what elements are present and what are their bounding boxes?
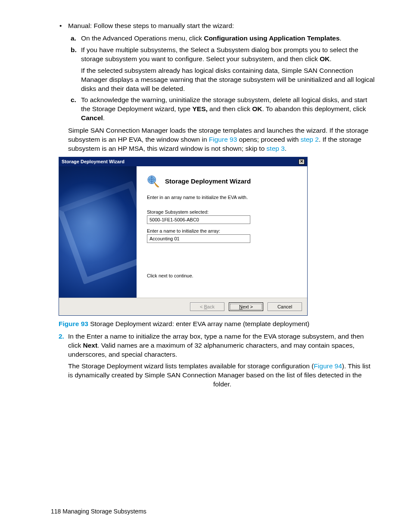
step-b-p1b: . xyxy=(330,55,331,62)
wizard-footer: < Back Next > Cancel xyxy=(59,298,307,315)
footer-section: Managing Storage Subsystems xyxy=(61,508,146,515)
step-c-b3: Cancel xyxy=(81,114,103,121)
wizard-icon xyxy=(147,175,160,188)
step-a-bold: Configuration using Application Template… xyxy=(204,34,339,42)
wizard-title: Storage Deployment Wizard xyxy=(62,159,125,164)
step-c: c. To acknowledge the warning, uninitial… xyxy=(81,96,377,123)
step-2: 2. In the Enter a name to initialize the… xyxy=(68,332,377,389)
step-c-t4: . xyxy=(103,114,105,121)
figure-93-text: Storage Deployment wizard: enter EVA arr… xyxy=(88,320,309,327)
step-b-p1a: If you have multiple subsystems, the Sel… xyxy=(81,46,358,62)
link-step-2[interactable]: step 2 xyxy=(301,136,319,143)
step-c-t3: . To abandon this deployment, click xyxy=(262,105,366,112)
step-2-p2: The Storage Deployment wizard lists temp… xyxy=(68,362,377,389)
step-b-bold: OK xyxy=(320,55,330,62)
step-c-b1: YES, xyxy=(192,105,207,112)
step-c-t2: and then click xyxy=(208,105,252,112)
wizard-intro-text: Enter in an array name to initialize the… xyxy=(147,195,302,200)
after-t4: . xyxy=(285,145,286,152)
wizard-name-label: Enter a name to initialize the array: xyxy=(147,228,302,233)
back-button: < Back xyxy=(190,302,224,311)
wizard-selected-label: Storage Subsystem selected: xyxy=(147,209,302,215)
step-a-text: On the Advanced Operations menu, click xyxy=(81,34,204,42)
step-2-p2a: The Storage Deployment wizard lists temp… xyxy=(68,362,314,370)
svg-marker-1 xyxy=(154,182,159,187)
wizard-heading: Storage Deployment Wizard xyxy=(165,177,251,185)
wizard-header-row: Storage Deployment Wizard xyxy=(147,175,302,188)
step-a-marker: a. xyxy=(71,34,76,43)
step-b: b. If you have multiple subsystems, the … xyxy=(81,46,377,93)
step-2-folder-line: folder. xyxy=(68,380,377,389)
array-name-field[interactable] xyxy=(147,234,250,243)
step-b-p2: If the selected subsystem already has lo… xyxy=(81,66,377,93)
after-t2: opens; proceed with xyxy=(237,136,300,143)
page-footer: 118 Managing Storage Subsystems xyxy=(51,508,146,515)
figure-93-label: Figure 93 xyxy=(59,320,88,327)
storage-deployment-wizard-dialog: Storage Deployment Wizard ✕ Storage Depl… xyxy=(59,157,308,316)
manual-bullet-item: Manual: Follow these steps to manually s… xyxy=(68,22,377,31)
link-figure-93[interactable]: Figure 93 xyxy=(209,136,237,143)
page-number: 118 xyxy=(51,508,61,515)
alpha-steps-list: a. On the Advanced Operations menu, clic… xyxy=(51,34,377,123)
wizard-side-graphic xyxy=(59,166,137,298)
after-alpha-paragraph: Simple SAN Connection Manager loads the … xyxy=(68,126,377,153)
wizard-continue-text: Click next to continue. xyxy=(147,273,302,278)
manual-bullet-list: Manual: Follow these steps to manually s… xyxy=(51,22,377,31)
next-button[interactable]: Next > xyxy=(229,302,263,311)
wizard-titlebar: Storage Deployment Wizard ✕ xyxy=(59,157,307,166)
step-a-post: . xyxy=(339,34,341,42)
storage-subsystem-field[interactable] xyxy=(147,215,250,224)
numbered-steps-list: 2. In the Enter a name to initialize the… xyxy=(51,332,377,389)
close-icon[interactable]: ✕ xyxy=(299,159,305,165)
step-2-p1b: . Valid names are a maximum of 32 alphan… xyxy=(68,342,355,358)
step-c-b2: OK xyxy=(252,105,262,112)
link-step-3[interactable]: step 3 xyxy=(267,145,285,152)
step-2-bold: Next xyxy=(83,342,97,349)
step-a: a. On the Advanced Operations menu, clic… xyxy=(81,34,377,43)
figure-93-caption: Figure 93 Storage Deployment wizard: ent… xyxy=(59,320,377,328)
wizard-body: Storage Deployment Wizard Enter in an ar… xyxy=(59,166,307,298)
cancel-button[interactable]: Cancel xyxy=(268,302,302,311)
wizard-main: Storage Deployment Wizard Enter in an ar… xyxy=(137,166,307,298)
step-2-marker: 2. xyxy=(59,332,64,341)
step-c-marker: c. xyxy=(71,96,76,105)
step-b-marker: b. xyxy=(71,46,77,55)
link-figure-94[interactable]: Figure 94 xyxy=(314,362,342,370)
